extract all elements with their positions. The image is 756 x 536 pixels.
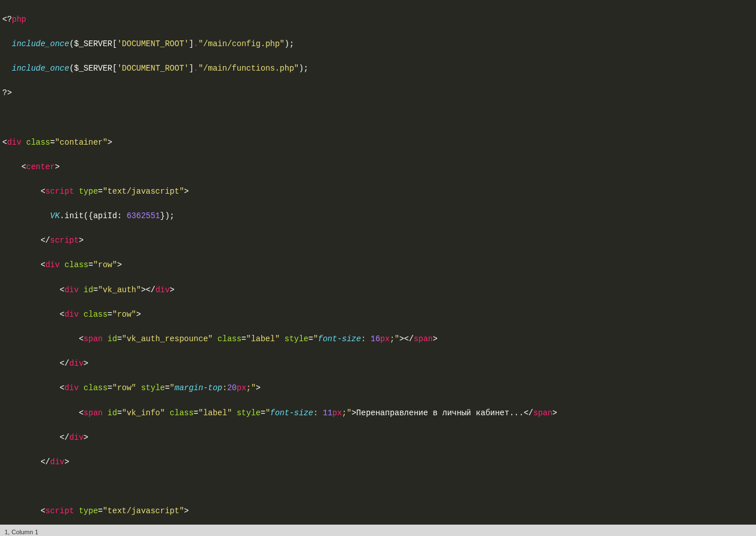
code-line: include_once($_SERVER['DOCUMENT_ROOT']."… (2, 63, 756, 75)
code-line: </div> (2, 358, 756, 370)
code-line: </div> (2, 456, 756, 469)
code-line: <div class="row" style="margin-top:20px;… (2, 382, 756, 395)
code-line: <div id="vk_auth"></div> (2, 284, 756, 297)
code-line: <?php (2, 14, 756, 26)
code-line: </div> (2, 432, 756, 444)
code-line: ?> (2, 87, 756, 100)
code-line: <span id="vk_auth_respounce" class="labe… (2, 333, 756, 346)
status-bar: 1, Column 1 (0, 525, 756, 536)
code-editor[interactable]: <?php include_once($_SERVER['DOCUMENT_RO… (0, 0, 756, 536)
code-line: <div class="row"> (2, 309, 756, 321)
code-line: include_once($_SERVER['DOCUMENT_ROOT']."… (2, 38, 756, 51)
code-line: <span id="vk_info" class="label" style="… (2, 407, 756, 420)
code-line (2, 481, 756, 493)
code-line: <script type="text/javascript"> (2, 186, 756, 198)
code-line: <script type="text/javascript"> (2, 505, 756, 518)
cursor-position: 1, Column 1 (5, 529, 38, 535)
code-line: <div class="container"> (2, 137, 756, 149)
code-line: VK.init({apiId: 6362551}); (2, 210, 756, 223)
code-line (2, 112, 756, 124)
code-line: </script> (2, 235, 756, 247)
code-line: <center> (2, 161, 756, 174)
code-line: <div class="row"> (2, 259, 756, 272)
